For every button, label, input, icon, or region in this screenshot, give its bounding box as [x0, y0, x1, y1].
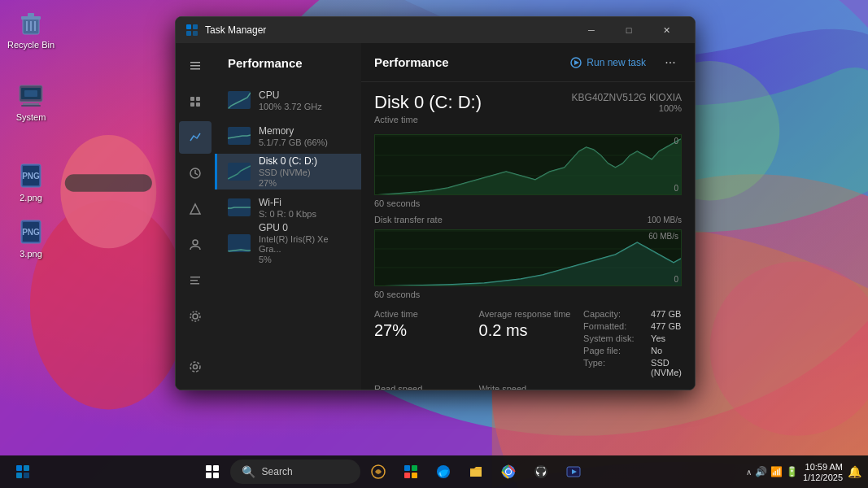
chevron-up-icon[interactable]: ∧: [746, 468, 752, 477]
nav-item-disk[interactable]: Disk 0 (C: D:) SSD (NVMe) 27%: [215, 154, 361, 190]
active-time-stat-label: Active time: [374, 309, 473, 319]
svg-point-4: [60, 135, 156, 248]
minimize-button[interactable]: ─: [573, 17, 610, 43]
app-history-sidebar-btn[interactable]: [179, 157, 212, 190]
hamburger-menu-button[interactable]: [179, 50, 212, 82]
svg-rect-33: [196, 97, 200, 101]
active-time-chart: 0 0: [374, 134, 682, 195]
taskbar-media-button[interactable]: [559, 457, 588, 486]
more-options-button[interactable]: ···: [659, 51, 682, 74]
gpu-nav-sub: Intel(R) Iris(R) Xe Gra...: [259, 234, 348, 254]
speaker-icon[interactable]: 🔊: [755, 466, 767, 477]
svg-rect-67: [404, 473, 410, 478]
settings-sidebar-btn[interactable]: [179, 351, 212, 383]
battery-icon[interactable]: 🔋: [786, 466, 798, 477]
nav-item-memory[interactable]: Memory 5.1/7.7 GB (66%): [215, 118, 361, 154]
nav-item-cpu[interactable]: CPU 100% 3.72 GHz: [215, 82, 361, 118]
details-sidebar-btn[interactable]: [179, 264, 212, 297]
memory-nav-label: Memory: [259, 125, 328, 137]
wifi-tray-icon[interactable]: 📶: [770, 466, 783, 477]
nav-item-wifi[interactable]: Wi-Fi S: 0 R: 0 Kbps: [215, 190, 361, 225]
services-sidebar-btn[interactable]: [179, 300, 212, 333]
taskbar-copilot-button[interactable]: [364, 457, 393, 486]
taskbar-store-button[interactable]: [396, 457, 425, 486]
disk-model: KBG40ZNV512G KIOXIA: [572, 92, 682, 103]
svg-rect-57: [24, 465, 29, 471]
main-content: Performance CPU 100% 3.72 GHz: [176, 43, 695, 390]
svg-rect-28: [193, 31, 198, 36]
wifi-nav-label: Wi-Fi: [259, 197, 316, 208]
svg-text:PNG: PNG: [22, 228, 40, 237]
2png-icon[interactable]: PNG 2.png: [7, 161, 55, 203]
system-icon[interactable]: System: [7, 81, 55, 122]
svg-rect-61: [213, 465, 219, 471]
header-actions: Run new task ···: [564, 51, 682, 74]
taskbar-edge-button[interactable]: [429, 457, 458, 486]
svg-point-38: [193, 240, 198, 245]
wifi-nav-sub: S: 0 R: 0 Kbps: [259, 209, 316, 219]
desktop: Recycle Bin System PNG: [0, 0, 868, 488]
clock-date: 1/12/2025: [803, 473, 843, 482]
3png-icon[interactable]: PNG 3.png: [7, 217, 55, 259]
svg-rect-29: [190, 62, 200, 63]
page-file-val: No: [651, 346, 662, 355]
page-file-key: Page file:: [583, 346, 644, 355]
active-time-chart-labels: 60 seconds: [374, 198, 682, 208]
maximize-button[interactable]: □: [610, 17, 648, 43]
recycle-bin-icon[interactable]: Recycle Bin: [7, 8, 55, 50]
window-controls: ─ □ ✕: [573, 17, 685, 43]
svg-point-73: [506, 469, 511, 474]
taskbar-files-button[interactable]: [461, 457, 491, 486]
system-disk-row: System disk: Yes: [583, 333, 682, 343]
read-speed-label: Read speed: [374, 384, 473, 390]
taskbar-chrome-button[interactable]: [494, 457, 523, 486]
processes-sidebar-btn[interactable]: [179, 85, 212, 118]
taskbar-github-button[interactable]: [526, 457, 556, 486]
svg-rect-66: [412, 465, 417, 471]
chart1-x-label: 60 seconds: [374, 198, 420, 208]
notification-icon[interactable]: 🔔: [848, 465, 861, 478]
memory-nav-content: Memory 5.1/7.7 GB (66%): [259, 125, 328, 147]
nav-item-gpu[interactable]: GPU 0 Intel(R) Iris(R) Xe Gra... 5%: [215, 225, 361, 261]
svg-marker-37: [190, 204, 200, 214]
transfer-chart-labels: 60 seconds: [374, 290, 682, 299]
search-icon: 🔍: [242, 465, 255, 478]
taskbar-search[interactable]: 🔍 Search: [230, 460, 360, 484]
page-file-row: Page file: No: [583, 346, 682, 355]
2png-label: 2.png: [20, 193, 42, 203]
desktop-icons: Recycle Bin System PNG: [7, 8, 55, 259]
svg-rect-26: [193, 24, 198, 29]
svg-rect-56: [16, 465, 22, 471]
run-new-task-button[interactable]: Run new task: [564, 54, 652, 72]
disk-active-time-label: Active time: [374, 115, 482, 124]
svg-rect-30: [190, 65, 200, 67]
chart2-x-label: 60 seconds: [374, 290, 420, 299]
gpu-nav-label: GPU 0: [259, 222, 348, 233]
title-bar: Task Manager ─ □ ✕: [176, 17, 695, 43]
svg-rect-32: [190, 97, 194, 101]
run-icon: [570, 57, 582, 68]
svg-rect-62: [206, 473, 212, 478]
disk-header: Disk 0 (C: D:) Active time KBG40ZNV512G …: [374, 92, 682, 124]
performance-sidebar-btn[interactable]: [179, 121, 212, 154]
chart2-60mbps: 60 MB/s: [648, 232, 678, 241]
widgets-button[interactable]: [7, 457, 39, 486]
system-tray-icons: ∧ 🔊 📶 🔋: [746, 466, 798, 477]
nav-panel: Performance CPU 100% 3.72 GHz: [215, 43, 361, 390]
users-sidebar-btn[interactable]: [179, 229, 212, 261]
svg-point-45: [190, 362, 200, 372]
svg-rect-16: [21, 105, 41, 107]
system-clock[interactable]: 10:59 AM 1/12/2025: [803, 462, 843, 482]
close-button[interactable]: ✕: [648, 17, 685, 43]
svg-rect-27: [186, 31, 191, 36]
startup-sidebar-btn[interactable]: [179, 193, 212, 225]
cpu-nav-sub: 100% 3.72 GHz: [259, 102, 322, 111]
transfer-rate-label: Disk transfer rate: [374, 215, 443, 224]
svg-rect-41: [190, 283, 199, 285]
avg-response-stat-value: 0.2 ms: [479, 320, 578, 340]
wifi-mini-chart: [228, 198, 251, 216]
formatted-val: 477 GB: [651, 321, 681, 331]
gpu-nav-percent: 5%: [259, 255, 348, 264]
start-button[interactable]: [198, 457, 227, 486]
speed-stats: Read speed 30.5 MB/s Write speed 6.5 MB/…: [374, 384, 682, 390]
